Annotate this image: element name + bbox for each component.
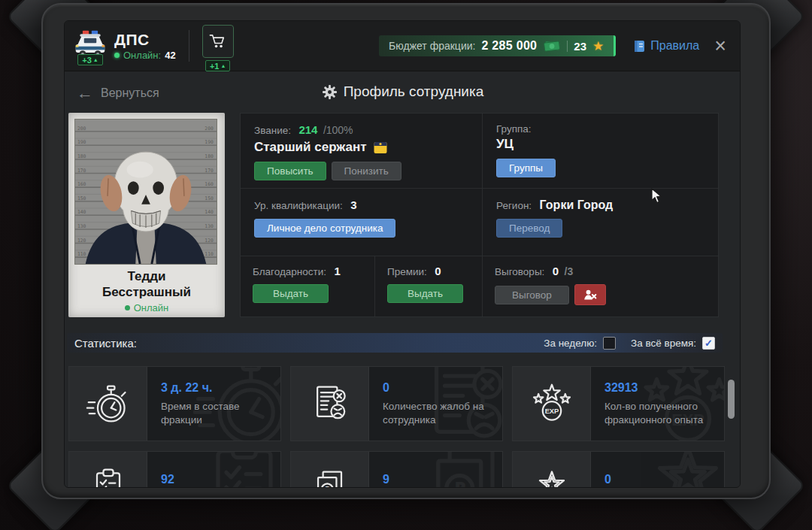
svg-text:120: 120 bbox=[205, 238, 214, 243]
page-title: Профиль сотрудника bbox=[65, 83, 741, 100]
stat-card-time: 3 д. 22 ч. Время в составе фракции bbox=[68, 366, 281, 441]
svg-text:170: 170 bbox=[205, 168, 214, 173]
groups-button[interactable]: Группы bbox=[496, 159, 556, 177]
online-dot-icon bbox=[125, 305, 130, 310]
group-label: Группа: bbox=[496, 123, 704, 135]
close-icon[interactable]: × bbox=[714, 36, 726, 56]
person-x-icon bbox=[583, 288, 598, 301]
bonus-value: 0 bbox=[435, 265, 441, 277]
bonus-cell: Премии: 0 Выдать bbox=[375, 256, 483, 316]
online-label: Онлайн: bbox=[123, 50, 161, 61]
week-filter-label: За неделю: bbox=[544, 338, 597, 349]
svg-text:180: 180 bbox=[205, 153, 214, 159]
svg-text:130: 130 bbox=[205, 223, 214, 229]
demote-button[interactable]: Понизить bbox=[332, 162, 401, 180]
topbar-divider bbox=[189, 30, 189, 62]
dismiss-employee-button[interactable] bbox=[574, 284, 606, 305]
group-value: УЦ bbox=[496, 137, 704, 152]
star-icon: ★ bbox=[592, 40, 604, 53]
military-star-icon bbox=[513, 452, 591, 488]
rules-button[interactable]: Правила bbox=[634, 39, 699, 53]
thanks-value: 1 bbox=[334, 265, 340, 277]
stat-card-reports: 92 Количество bbox=[68, 451, 281, 488]
stopwatch-icon bbox=[69, 367, 147, 441]
employee-status: Онлайн bbox=[74, 302, 219, 313]
faction-app-screen: +3 ▲ ДПС Онлайн: 42 bbox=[64, 20, 741, 488]
svg-text:140: 140 bbox=[205, 209, 214, 214]
cart-growth-value: +1 bbox=[210, 62, 220, 71]
qualification-value: 3 bbox=[350, 198, 356, 211]
stat-label: Время в составе фракции bbox=[161, 400, 274, 426]
svg-text:170: 170 bbox=[77, 168, 86, 173]
stat-card-complaints: 0 Количество жалоб на сотрудника bbox=[290, 366, 503, 441]
pill-divider bbox=[567, 41, 568, 52]
region-value: Горки Город bbox=[540, 198, 614, 211]
stat-value: 9 bbox=[383, 473, 438, 486]
rank-label: Звание: bbox=[254, 125, 291, 136]
stat-card-money: 9 Количество bbox=[290, 451, 503, 488]
stat-value: 3 д. 22 ч. bbox=[161, 381, 274, 395]
group-cell: Группа: УЦ Группы bbox=[483, 114, 718, 189]
bonus-label: Премии: bbox=[387, 266, 427, 277]
svg-text:190: 190 bbox=[205, 139, 214, 144]
rank-progress-value: 214 bbox=[298, 123, 317, 136]
cart-icon bbox=[208, 32, 228, 51]
money-bill-icon bbox=[543, 40, 561, 52]
svg-text:160: 160 bbox=[77, 181, 86, 186]
statistics-title: Статистика: bbox=[74, 337, 137, 350]
svg-text:130: 130 bbox=[77, 223, 86, 229]
reprimand-button[interactable]: Выговор bbox=[495, 286, 569, 304]
reprimand-max: /3 bbox=[565, 265, 574, 277]
rules-book-icon bbox=[634, 40, 645, 53]
tablet-device: +3 ▲ ДПС Онлайн: 42 bbox=[41, 3, 771, 499]
rank-cell: Звание: 214 /100% Старший сержант bbox=[241, 114, 483, 189]
svg-text:200: 200 bbox=[205, 126, 214, 131]
region-label: Регион: bbox=[496, 200, 532, 211]
week-checkbox[interactable] bbox=[603, 337, 616, 350]
up-arrow-icon: ▲ bbox=[220, 63, 226, 68]
stat-value: 92 bbox=[161, 473, 216, 486]
stat-label: Количество жалоб на сотрудника bbox=[383, 400, 496, 426]
employee-name: Тедди Бесстрашный bbox=[74, 268, 219, 301]
employee-status-label: Онлайн bbox=[134, 302, 169, 313]
alltime-checkbox[interactable]: ✓ bbox=[702, 337, 715, 350]
transfer-button[interactable]: Перевод bbox=[496, 219, 562, 238]
qualification-cell: Ур. квалификации: 3 Личное дело сотрудни… bbox=[241, 189, 483, 256]
employee-info-panel: Звание: 214 /100% Старший сержант bbox=[240, 113, 719, 317]
stat-value: 32913 bbox=[604, 381, 718, 395]
employee-first-name: Тедди bbox=[74, 268, 219, 284]
svg-text:150: 150 bbox=[77, 195, 86, 201]
svg-text:180: 180 bbox=[77, 153, 86, 159]
faction-name: ДПС bbox=[114, 31, 176, 48]
complaint-document-icon bbox=[291, 367, 369, 441]
qualification-label: Ур. квалификации: bbox=[254, 200, 343, 211]
personal-file-button[interactable]: Личное дело сотрудника bbox=[254, 219, 395, 238]
exp-stars-icon bbox=[513, 367, 591, 441]
game-background: +3 ▲ ДПС Онлайн: 42 bbox=[0, 0, 812, 530]
reprimand-value: 0 bbox=[553, 265, 559, 277]
scrollbar-thumb[interactable] bbox=[728, 380, 735, 419]
budget-value: 2 285 000 bbox=[481, 39, 537, 53]
online-count: 42 bbox=[165, 50, 175, 61]
give-bonus-button[interactable]: Выдать bbox=[387, 284, 463, 303]
region-cell: Регион: Горки Город Перевод bbox=[483, 189, 718, 256]
stat-label: Кол-во полученного фракционного опыта bbox=[604, 400, 718, 426]
topbar: +3 ▲ ДПС Онлайн: 42 bbox=[65, 21, 741, 71]
employee-last-name: Бесстрашный bbox=[74, 284, 219, 300]
online-dot-icon bbox=[114, 53, 120, 58]
shop-cart-button[interactable] bbox=[202, 25, 234, 58]
thanks-label: Благодарности: bbox=[253, 266, 326, 277]
gear-icon bbox=[323, 85, 337, 99]
star-count: 23 bbox=[574, 40, 586, 53]
promote-button[interactable]: Повысить bbox=[254, 162, 326, 180]
cart-growth-badge: +1 ▲ bbox=[205, 60, 230, 71]
faction-growth-value: +3 bbox=[82, 56, 92, 65]
give-thanks-button[interactable]: Выдать bbox=[253, 284, 329, 303]
faction-name-block: ДПС Онлайн: 42 bbox=[114, 31, 176, 61]
ruble-documents-icon bbox=[291, 452, 369, 488]
page-title-text: Профиль сотрудника bbox=[344, 83, 484, 100]
thanks-cell: Благодарности: 1 Выдать bbox=[241, 256, 375, 316]
stat-value: 0 bbox=[604, 473, 684, 486]
stat-card-exp: 32913 Кол-во полученного фракционного оп… bbox=[512, 366, 725, 441]
stat-value: 0 bbox=[383, 381, 496, 395]
